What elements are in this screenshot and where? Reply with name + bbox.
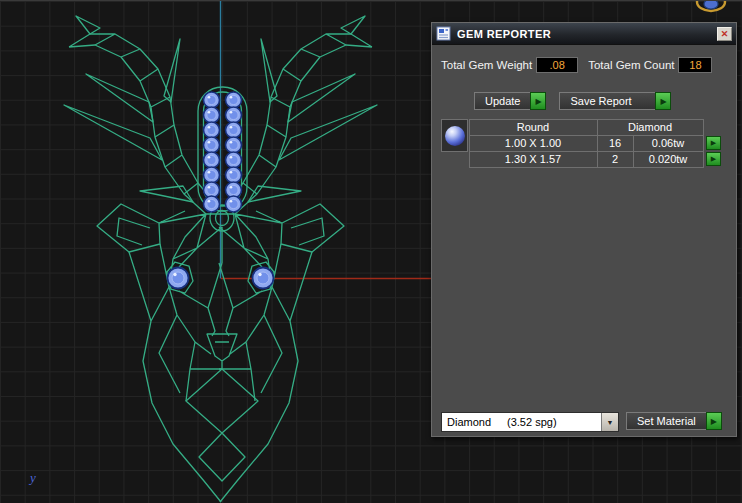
header-round: Round [469, 119, 598, 136]
run-arrow-icon: ▶ [655, 92, 671, 110]
set-material-button-label: Set Material [626, 412, 706, 430]
row2-size: 1.30 X 1.57 [469, 151, 598, 168]
app-window: y GEM REPORTER ✕ Tot [0, 0, 742, 503]
close-icon[interactable]: ✕ [717, 27, 732, 41]
gem-reporter-panel: GEM REPORTER ✕ Total Gem Weight .08 Tota… [431, 22, 737, 437]
row1-actions: ▶ [703, 135, 721, 151]
panel-title: GEM REPORTER [457, 28, 551, 40]
row1-weight: 0.06tw [633, 135, 704, 152]
header-diamond: Diamond [597, 119, 704, 136]
material-dropdown[interactable]: Diamond(3.52 spg) ▼ [441, 412, 619, 432]
total-count-label: Total Gem Count [588, 59, 674, 71]
total-weight-label: Total Gem Weight [441, 59, 532, 71]
run-arrow-icon: ▶ [530, 92, 546, 110]
y-axis-label: y [30, 470, 36, 486]
material-dropdown-value: Diamond(3.52 spg) [442, 413, 601, 431]
report-icon [436, 26, 451, 41]
row1-count: 16 [597, 135, 634, 152]
material-name: Diamond [447, 416, 491, 428]
header-spacer [703, 119, 721, 135]
row2-count: 2 [597, 151, 634, 168]
totals-row: Total Gem Weight .08 Total Gem Count 18 [441, 57, 730, 73]
actions-row: Update ▶ Save Report ▶ [474, 92, 671, 110]
row2-weight: 0.020tw [633, 151, 704, 168]
update-button-label: Update [474, 92, 530, 110]
gem-thumbnail [441, 119, 468, 152]
channel-gems[interactable] [204, 92, 242, 212]
dropdown-arrow-icon[interactable]: ▼ [601, 413, 618, 431]
total-weight-value[interactable]: .08 [536, 57, 578, 73]
total-count-value[interactable]: 18 [678, 57, 712, 73]
row1-size: 1.00 X 1.00 [469, 135, 598, 152]
save-report-button-label: Save Report [559, 92, 655, 110]
gem-table: Round Diamond 1.00 X 1.00 16 0.06tw ▶ 1.… [469, 119, 721, 167]
material-row: Diamond(3.52 spg) ▼ Set Material ▶ [441, 412, 722, 432]
toolbar-gem-icon[interactable] [694, 1, 728, 15]
row1-run-button[interactable]: ▶ [706, 136, 721, 150]
run-arrow-icon: ▶ [706, 412, 722, 430]
panel-titlebar[interactable]: GEM REPORTER ✕ [432, 23, 736, 45]
save-report-button[interactable]: Save Report ▶ [559, 92, 671, 110]
row2-run-button[interactable]: ▶ [706, 152, 721, 166]
update-button[interactable]: Update ▶ [474, 92, 546, 110]
material-spg: (3.52 spg) [507, 416, 557, 428]
gem-sphere-icon [445, 126, 465, 146]
row2-actions: ▶ [703, 151, 721, 167]
set-material-button[interactable]: Set Material ▶ [626, 412, 722, 430]
